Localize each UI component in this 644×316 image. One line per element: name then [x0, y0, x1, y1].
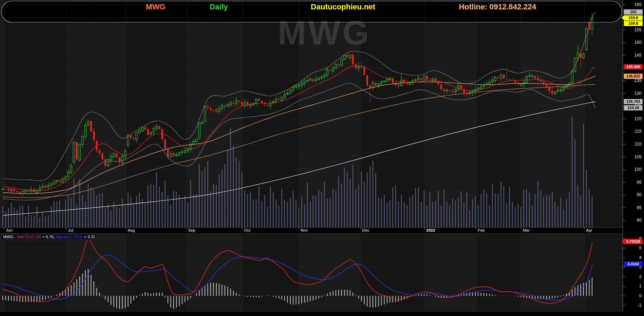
macd-axis-tick-label[interactable]: 0	[625, 293, 642, 298]
date-axis-label-Mar[interactable]: Mar	[523, 228, 530, 232]
price-axis-tick-label[interactable]: 90	[625, 192, 642, 197]
macd-title-part-macd: MACD(12,26)	[17, 235, 41, 239]
price-axis-tick-label[interactable]: 105	[625, 155, 642, 159]
date-axis-label-2022[interactable]: 2022	[426, 228, 435, 232]
chart-application: MWG MWG Daily Dautucophieu.net Hotline: …	[0, 0, 644, 316]
price-axis-tick-label[interactable]: 115	[625, 129, 642, 134]
macd-title-part-plain: MWG -	[3, 235, 17, 239]
price-axis-tick-label[interactable]: 145	[625, 53, 642, 58]
header-symbol: MWG	[146, 2, 165, 11]
date-axis-label-Aug[interactable]: Aug	[128, 228, 135, 232]
date-axis-label-Nov[interactable]: Nov	[301, 228, 308, 232]
header-site-link[interactable]: Dautucophieu.net	[311, 2, 375, 11]
price-axis-tick-label[interactable]: 130	[625, 91, 642, 96]
chart-labels-layer: MWG MWG Daily Dautucophieu.net Hotline: …	[0, 0, 644, 316]
price-axis-tick-label[interactable]: 135	[625, 78, 642, 83]
price-value-box: 126.763	[624, 99, 643, 104]
header-hotline: Hotline: 0912.842.224	[459, 2, 536, 11]
price-axis-tick-label[interactable]: 165	[625, 2, 642, 7]
macd-axis-tick-label[interactable]: -1	[625, 303, 642, 308]
date-axis-label-Feb[interactable]: Feb	[478, 228, 485, 232]
date-axis-label-Sep[interactable]: Sep	[188, 228, 195, 232]
price-axis-tick-label[interactable]: 120	[625, 116, 642, 121]
watermark: MWG	[278, 13, 371, 52]
date-axis-label-Dec[interactable]: Dec	[362, 228, 369, 232]
price-value-box: 159.8	[624, 21, 643, 26]
date-axis-label-Oct[interactable]: Oct	[244, 228, 250, 232]
price-axis-tick-label[interactable]: 100	[625, 167, 642, 172]
macd-value-box: 3.3102	[624, 261, 643, 267]
price-value-box: 159.8	[624, 15, 643, 20]
date-axis-label-Jul[interactable]: Jul	[68, 228, 73, 232]
price-value-box: 124.28	[624, 105, 643, 110]
price-axis-tick-label[interactable]: 150	[625, 40, 642, 45]
date-axis-label-Apr[interactable]: Apr	[586, 228, 592, 232]
macd-axis-tick-label[interactable]: 4	[625, 255, 642, 260]
price-axis-tick-label[interactable]: 85	[625, 205, 642, 210]
price-axis-tick-label[interactable]: 95	[625, 180, 642, 185]
price-axis-tick-label[interactable]: 80	[625, 218, 642, 223]
price-axis-tick-label[interactable]: 155	[625, 27, 642, 32]
macd-indicator-title: MWG - MACD(12,26) = 5.70, Signal(12,26,9…	[1, 234, 97, 240]
price-axis-tick-label[interactable]: 110	[625, 142, 642, 147]
date-axis-label-Jun[interactable]: Jun	[6, 228, 12, 232]
price-value-box: 136.822	[624, 74, 643, 79]
price-value-box: 162	[624, 9, 643, 15]
macd-axis-tick-label[interactable]: 1	[625, 284, 642, 289]
macd-value-box: 5.70228	[624, 239, 643, 244]
macd-title-part-plain: = 5.70,	[41, 235, 56, 239]
header-timeframe: Daily	[210, 2, 228, 11]
macd-title-part-plain: = 3.31	[83, 235, 95, 239]
macd-axis-tick-label[interactable]: 2	[625, 274, 642, 279]
price-value-box: 140.405	[624, 64, 643, 69]
macd-title-part-signal: Signal(12,26,9)	[56, 235, 83, 239]
macd-axis-tick-label[interactable]: 5	[625, 246, 642, 250]
